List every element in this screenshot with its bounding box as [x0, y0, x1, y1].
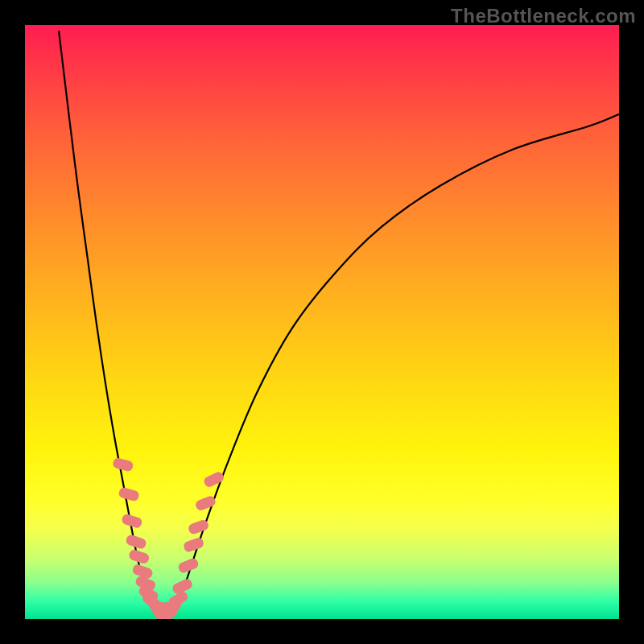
curve-curve-left: [59, 31, 155, 613]
marker-point: [203, 470, 225, 488]
curve-curve-right: [174, 114, 620, 613]
watermark-brand: TheBottleneck.com: [451, 5, 636, 27]
chart-plot-area: [25, 25, 619, 619]
marker-point: [112, 457, 134, 473]
marker-point: [118, 487, 140, 502]
chart-svg: [25, 25, 619, 619]
marker-point: [188, 518, 210, 535]
marker-point: [183, 536, 205, 553]
chart-frame: TheBottleneck.com: [0, 0, 644, 644]
marker-point: [177, 557, 200, 574]
marker-point: [194, 494, 217, 511]
